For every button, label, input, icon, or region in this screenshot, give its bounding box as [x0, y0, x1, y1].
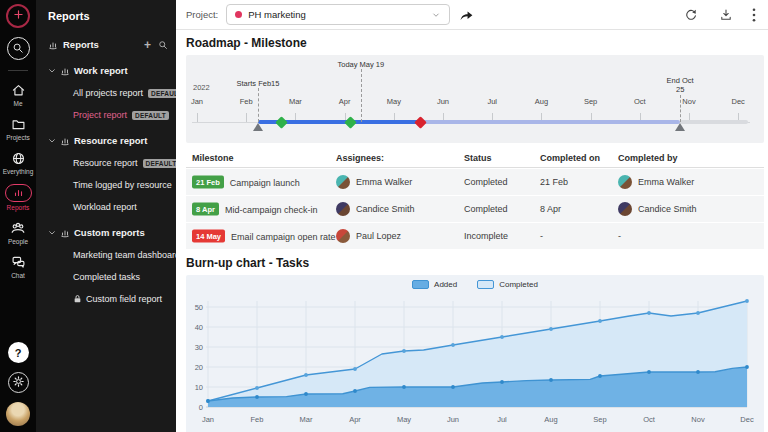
milestone-date-badge: 21 Feb [192, 176, 224, 189]
search-reports-button[interactable] [158, 40, 168, 50]
roadmap-title: Roadmap - Milestone [186, 36, 768, 50]
sidebar-tree-header-label: Reports [63, 39, 99, 50]
timeline-month-label: Feb [240, 97, 253, 106]
timeline-month-label: Nov [682, 97, 695, 106]
people-icon [10, 220, 26, 236]
milestone-cell: 21 FebCampaign launch [192, 176, 300, 189]
chevron-down-icon [431, 10, 441, 20]
help-button[interactable]: ? [8, 342, 29, 363]
milestone-diamond-incomplete [414, 116, 427, 129]
rail-item-everything[interactable]: Everything [3, 150, 34, 175]
sidebar-item[interactable]: Time logged by resource [73, 180, 168, 190]
sidebar-section-header[interactable]: Resource report [48, 135, 168, 146]
rail-item-projects[interactable]: Projects [3, 116, 34, 141]
question-icon: ? [15, 347, 22, 359]
milestone-date-badge: 8 Apr [192, 203, 219, 216]
sidebar-item[interactable]: Custom field report [73, 294, 168, 304]
svg-text:Nov: Nov [691, 415, 705, 424]
burnup-chart-panel: AddedCompleted 01020304050JanFebMarAprMa… [186, 275, 764, 432]
sidebar-item[interactable]: Workload report [73, 202, 168, 212]
annotation-label: Starts Feb15 [237, 79, 280, 88]
annotation-line [680, 95, 681, 122]
svg-text:50: 50 [195, 303, 203, 312]
chart-legend: AddedCompleted [186, 280, 764, 289]
project-select-value: PH marketing [248, 9, 306, 20]
project-label: Project: [186, 9, 218, 20]
legend-item-added[interactable]: Added [412, 280, 457, 289]
sidebar-item[interactable]: Marketing team dashboard [73, 250, 168, 260]
settings-button[interactable] [8, 372, 29, 393]
status-cell: Incomplete [464, 231, 508, 241]
timeline-remaining-bar [421, 120, 680, 124]
timeline-month-label: Jun [437, 97, 449, 106]
svg-text:Jun: Jun [447, 415, 459, 424]
sidebar-title: Reports [48, 10, 168, 22]
app-window: MeProjectsEverythingReportsPeopleChat ? … [0, 0, 768, 432]
user-avatar[interactable] [6, 402, 30, 426]
sidebar-section-header[interactable]: Custom reports [48, 227, 168, 238]
column-header: Assignees: [336, 153, 384, 163]
download-button[interactable] [719, 8, 733, 22]
app-rail: MeProjectsEverythingReportsPeopleChat ? [0, 0, 36, 432]
rail-item-chat[interactable]: Chat [3, 254, 34, 279]
timeline-tick [197, 113, 198, 122]
default-badge: DEFAULT [143, 159, 176, 168]
sidebar-item[interactable]: Completed tasks [73, 272, 168, 282]
timeline-start-marker [253, 123, 263, 131]
rail-item-people[interactable]: People [3, 220, 34, 245]
assignee-cell: Paul Lopez [336, 229, 401, 243]
completed-by-cell: Candice Smith [618, 202, 697, 216]
gear-icon [12, 374, 25, 392]
sidebar-item[interactable]: Project reportDEFAULT [73, 110, 168, 120]
timeline-after-end-bar [680, 120, 748, 124]
rail-item-label: Chat [11, 272, 25, 279]
annotation-line [361, 69, 362, 122]
table-row: 14 MayEmail campaign open ratePaul Lopez… [186, 223, 764, 249]
svg-text:Feb: Feb [251, 415, 264, 424]
more-options-button[interactable] [752, 8, 756, 22]
everything-icon [11, 150, 26, 166]
rail-bottom: ? [6, 342, 30, 432]
timeline-month-label: Sep [584, 97, 597, 106]
sidebar-item[interactable]: Resource reportDEFAULT [73, 158, 168, 168]
sidebar-item-label: Completed tasks [73, 272, 140, 282]
svg-text:Mar: Mar [300, 415, 313, 424]
sidebar-section-header[interactable]: Work report [48, 65, 168, 76]
lock-icon [73, 294, 82, 304]
rail-item-me[interactable]: Me [3, 82, 34, 107]
sidebar-item-label: Custom field report [86, 294, 162, 304]
timeline-month-label: Oct [634, 97, 646, 106]
plus-icon [12, 7, 25, 25]
column-header: Milestone [192, 153, 234, 163]
svg-text:May: May [397, 415, 411, 424]
project-select[interactable]: PH marketing [226, 4, 450, 25]
status-cell: Completed [464, 204, 508, 214]
report-chart-icon [60, 136, 70, 146]
sidebar-item[interactable]: All projects reportDEFAULT [73, 88, 168, 98]
table-header-row: MilestoneAssignees:StatusCompleted onCom… [186, 148, 764, 168]
legend-item-completed[interactable]: Completed [477, 280, 538, 289]
rail-divider [8, 70, 28, 71]
report-chart-icon [48, 40, 58, 50]
rail-item-reports[interactable]: Reports [3, 184, 34, 211]
annotation-label: Today May 19 [337, 60, 384, 69]
milestone-date-badge: 14 May [192, 230, 225, 243]
column-header: Status [464, 153, 492, 163]
timeline-month-label: Apr [339, 97, 351, 106]
refresh-button[interactable] [684, 8, 698, 22]
status-cell: Completed [464, 177, 508, 187]
share-button[interactable] [458, 8, 474, 22]
svg-text:Aug: Aug [544, 415, 557, 424]
add-report-button[interactable]: + [144, 40, 151, 50]
report-chart-icon [60, 66, 70, 76]
add-button[interactable] [6, 4, 30, 28]
global-search-button[interactable] [7, 37, 30, 60]
avatar [336, 202, 350, 216]
chevron-down-icon [48, 67, 56, 75]
timeline-month-label: Mar [289, 97, 302, 106]
svg-text:20: 20 [195, 363, 203, 372]
chevron-down-icon [48, 229, 56, 237]
annotation-label: 25 [676, 85, 684, 94]
timeline-month-label: Jan [191, 97, 203, 106]
chat-icon [11, 254, 26, 270]
